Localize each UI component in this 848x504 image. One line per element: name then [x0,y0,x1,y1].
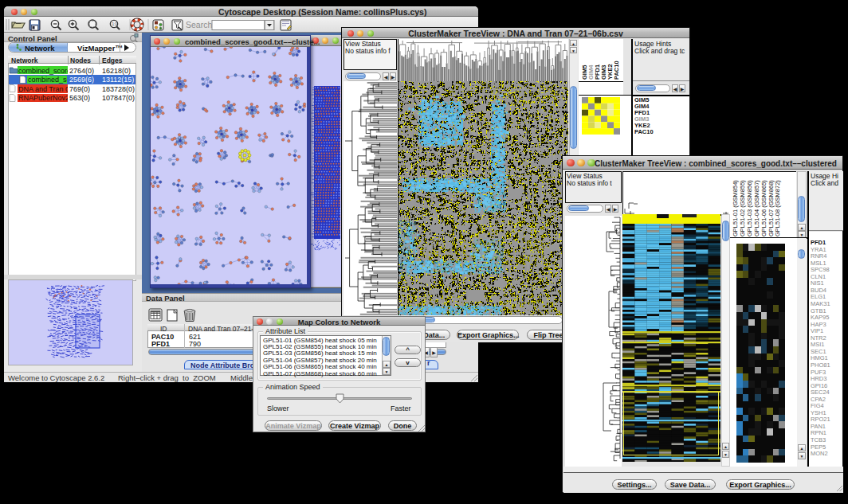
svg-text:1:1: 1:1 [112,22,118,26]
svg-text:Search:: Search: [186,20,214,29]
